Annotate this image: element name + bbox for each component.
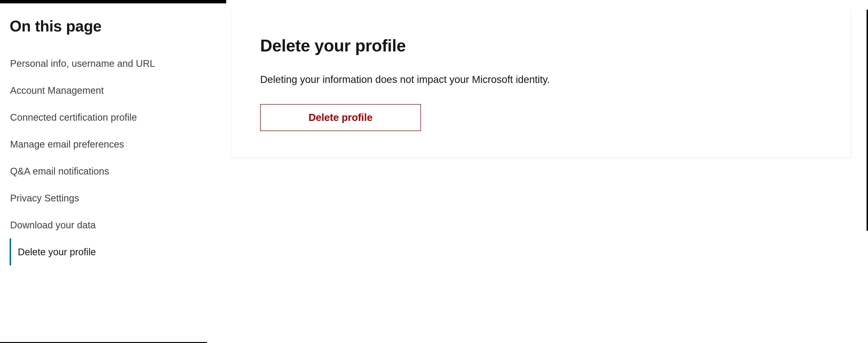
sidebar-item-connected-certification-profile[interactable]: Connected certification profile	[8, 104, 217, 131]
sidebar-item-label: Privacy Settings	[10, 193, 79, 203]
sidebar-item-manage-email-preferences[interactable]: Manage email preferences	[8, 131, 217, 158]
sidebar-item-label: Account Management	[10, 85, 104, 96]
sidebar-item-label: Delete your profile	[18, 247, 96, 257]
sidebar-item-label: Personal info, username and URL	[10, 58, 155, 69]
right-edge-rule	[867, 10, 868, 231]
section-description: Deleting your information does not impac…	[260, 73, 822, 87]
sidebar-item-download-your-data[interactable]: Download your data	[8, 211, 217, 238]
sidebar-divider	[0, 342, 207, 343]
delete-profile-card: Delete your profile Deleting your inform…	[231, 10, 851, 158]
sidebar-item-label: Q&A email notifications	[10, 166, 109, 176]
sidebar-item-label: Connected certification profile	[10, 112, 137, 123]
sidebar-nav-list: Personal info, username and URL Account …	[10, 50, 217, 265]
sidebar-item-privacy-settings[interactable]: Privacy Settings	[8, 184, 217, 211]
sidebar-item-personal-info[interactable]: Personal info, username and URL	[8, 50, 217, 77]
on-this-page-sidebar: On this page Personal info, username and…	[0, 0, 226, 343]
section-heading: Delete your profile	[260, 36, 822, 55]
sidebar-item-label: Download your data	[10, 220, 96, 230]
sidebar-item-qa-email-notifications[interactable]: Q&A email notifications	[8, 158, 217, 184]
sidebar-item-delete-your-profile[interactable]: Delete your profile	[10, 238, 217, 265]
main-content: Delete your profile Deleting your inform…	[226, 0, 868, 343]
sidebar-item-label: Manage email preferences	[10, 139, 124, 149]
sidebar-item-account-management[interactable]: Account Management	[8, 77, 217, 104]
delete-profile-button[interactable]: Delete profile	[260, 104, 421, 131]
sidebar-title: On this page	[10, 17, 217, 35]
